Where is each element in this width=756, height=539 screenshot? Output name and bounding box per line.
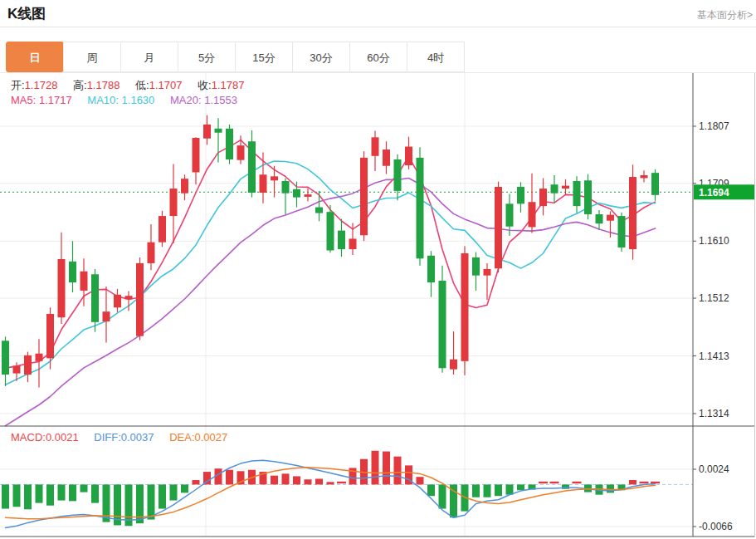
- tab-60min[interactable]: 60分: [349, 42, 407, 72]
- close-value: 1.1787: [212, 79, 245, 91]
- ma10-value: 1.1630: [122, 94, 155, 106]
- page-header: K线图 基本面分析>: [0, 0, 756, 27]
- diff-label: DIFF:: [94, 431, 121, 443]
- macd-label: MACD:: [11, 431, 46, 443]
- svg-text:1.1694: 1.1694: [699, 187, 729, 198]
- tab-week[interactable]: 周: [63, 42, 121, 72]
- open-label: 开:: [11, 79, 25, 91]
- ma-legend: MA5: 1.1717 MA10: 1.1630 MA20: 1.1553: [11, 94, 250, 106]
- page-title: K线图: [7, 4, 46, 23]
- fundamental-analysis-link[interactable]: 基本面分析>: [697, 8, 753, 22]
- low-value: 1.1707: [149, 79, 183, 91]
- ma20-value: 1.1553: [204, 94, 237, 106]
- tab-30min[interactable]: 30分: [292, 42, 350, 72]
- svg-text:1.1314: 1.1314: [699, 408, 729, 419]
- ma5-value: 1.1717: [39, 94, 72, 106]
- svg-text:1.1512: 1.1512: [699, 292, 729, 304]
- open-value: 1.1728: [25, 79, 58, 91]
- tab-month[interactable]: 月: [120, 42, 178, 72]
- svg-text:1.1413: 1.1413: [699, 350, 729, 362]
- tab-4hour[interactable]: 4时: [407, 42, 465, 72]
- ma10-label: MA10:: [87, 94, 119, 106]
- tab-15min[interactable]: 15分: [235, 42, 293, 72]
- svg-text:1.1807: 1.1807: [699, 120, 729, 132]
- macd-value: 0.0021: [46, 431, 79, 443]
- close-label: 收:: [198, 79, 212, 91]
- high-value: 1.1788: [87, 79, 120, 91]
- kline-page: K线图 基本面分析> 日 周 月 5分 15分 30分 60分 4时 1.180…: [0, 0, 756, 539]
- svg-text:-0.0066: -0.0066: [699, 521, 733, 532]
- diff-value: 0.0037: [121, 431, 154, 443]
- tab-day[interactable]: 日: [6, 42, 64, 72]
- ohlc-legend: 开:1.1728 高:1.1788 低:1.1707 收:1.1787: [11, 78, 256, 93]
- ma5-label: MA5:: [11, 94, 36, 106]
- low-label: 低:: [135, 79, 149, 91]
- svg-text:1.1610: 1.1610: [699, 235, 729, 247]
- tab-5min[interactable]: 5分: [178, 42, 236, 72]
- dea-label: DEA:: [169, 431, 194, 443]
- high-label: 高:: [73, 79, 87, 91]
- svg-text:0.0024: 0.0024: [699, 463, 729, 475]
- macd-legend: MACD:0.0021 DIFF:0.0037 DEA:0.0027: [11, 431, 240, 443]
- interval-tabs: 日 周 月 5分 15分 30分 60分 4时: [0, 42, 756, 73]
- ma20-label: MA20:: [170, 94, 202, 106]
- dea-value: 0.0027: [195, 431, 228, 443]
